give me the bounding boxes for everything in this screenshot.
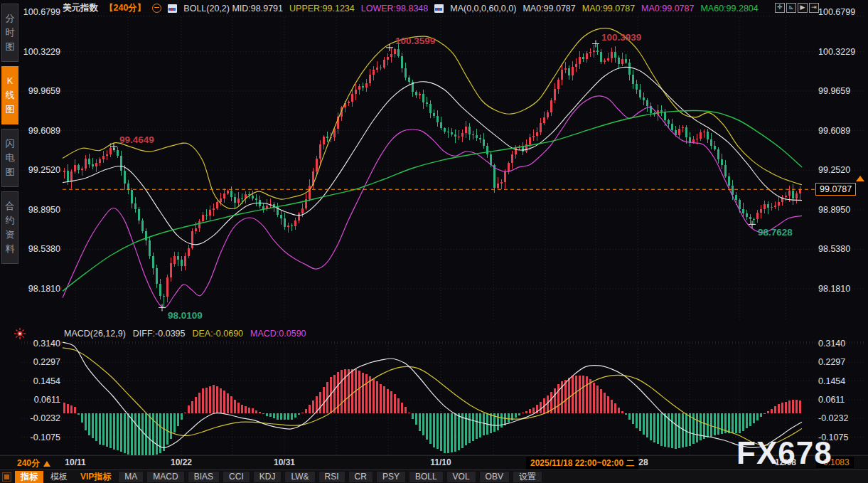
collapse-icon[interactable]: [152, 4, 161, 13]
toolbar-button-MA[interactable]: MA: [118, 471, 144, 483]
date-label-10/22: 10/22: [171, 457, 192, 467]
price-tick-label: 100.3229: [818, 47, 855, 57]
svg-text:98.7628: 98.7628: [758, 227, 793, 238]
macd-tick-label: 0.3140: [818, 339, 845, 349]
sidebar-tabs: 分时图K线图闪电图合约资料: [0, 0, 20, 264]
macd-tick-label: -0.0232: [31, 413, 60, 423]
macd-tick-label: -0.0232: [818, 413, 848, 423]
price-tick-label: 99.2520: [28, 165, 60, 175]
price-tick-label: 98.5380: [28, 244, 60, 254]
pan-right-icon[interactable]: ⇥: [809, 3, 819, 13]
macd-title: MACD(26,12,9): [64, 329, 126, 339]
price-tick-label: 99.9659: [28, 86, 60, 96]
indicator-burst-icon[interactable]: [14, 328, 26, 339]
boll-lower-value: LOWER:98.8348: [361, 4, 429, 14]
play-chart-icon[interactable]: ▶: [798, 3, 808, 13]
price-tick-label: 99.2520: [818, 165, 850, 175]
bottom-toolbar: 指标模板VIP指标MAMACDBIASCCIKDJLW&RSICRPSYBOLL…: [0, 469, 868, 483]
sidebar-tab-闪电图[interactable]: 闪电图: [1, 129, 18, 187]
price-tick-label: 99.6089: [818, 126, 850, 136]
macd-dea-value: DEA:-0.0690: [192, 329, 243, 339]
macd-tick-label: -0.1075: [818, 432, 848, 442]
right-price-axis: 100.6799100.322999.965999.608999.252098.…: [818, 0, 865, 483]
time-axis-row: 240分 10/1110/2210/3111/1011/2812/08 2025…: [0, 455, 868, 470]
toolbar-button-CCI[interactable]: CCI: [223, 471, 250, 483]
crosshair-icon[interactable]: ✛: [775, 3, 785, 13]
toolbar-button-模板[interactable]: 模板: [45, 471, 73, 483]
trading-app-window: 99.4649100.3599100.393998.010998.7628 分时…: [0, 0, 868, 483]
toolbar-button-VOL[interactable]: VOL: [446, 471, 476, 483]
macd-header: MACD(26,12,9) DIFF:-0.0395 DEA:-0.0690 M…: [64, 329, 306, 339]
price-tick-label: 100.6799: [818, 7, 855, 17]
ma0-white-value: MA0:99.0787: [523, 4, 575, 14]
price-tick-label: 100.6799: [23, 7, 60, 17]
price-tick-label: 98.1810: [28, 284, 60, 294]
price-tick-label: 98.8950: [818, 205, 850, 215]
date-label-10/31: 10/31: [274, 457, 295, 467]
sidebar-tab-K线图[interactable]: K线图: [1, 66, 18, 124]
toolbar-button-RSI[interactable]: RSI: [318, 471, 345, 483]
macd-diff-value: DIFF:-0.0395: [133, 329, 186, 339]
price-tick-label: 100.3229: [23, 47, 60, 57]
up-triangle-icon: [43, 461, 50, 467]
toolbar-button-PSY[interactable]: PSY: [376, 471, 406, 483]
boll-upper-value: UPPER:99.1234: [289, 4, 355, 14]
sidebar: 分时图K线图闪电图合约资料: [0, 0, 20, 469]
price-tick-label: 98.1810: [818, 284, 850, 294]
toolbar-button-LW&[interactable]: LW&: [284, 471, 315, 483]
ma-indicator-icon[interactable]: [434, 4, 444, 13]
svg-text:100.3939: 100.3939: [601, 32, 641, 43]
price-tick-label: 98.5380: [818, 244, 850, 254]
last-price-label: 99.0787: [815, 183, 856, 196]
toolbar-button-VIP指标[interactable]: VIP指标: [75, 471, 117, 483]
macd-tick-label: 0.1454: [818, 376, 845, 386]
date-label-11/10: 11/10: [430, 457, 451, 467]
macd-tick-label: 0.0611: [818, 395, 845, 405]
price-tick-label: 98.8950: [28, 205, 60, 215]
date-label-12/08: 12/08: [775, 457, 796, 467]
boll-indicator-icon[interactable]: [168, 4, 177, 13]
toolbar-button-BOLL[interactable]: BOLL: [409, 471, 444, 483]
period-text: 240分: [17, 457, 40, 469]
price-up-arrow-icon: [856, 176, 864, 181]
macd-tick-label: 0.1454: [33, 376, 60, 386]
sidebar-tab-合约资料[interactable]: 合约资料: [1, 191, 18, 264]
indicator-header: 美元指数 【240分】 BOLL(20,2) MID:98.9791 UPPER…: [63, 2, 759, 14]
crosshair-date-label: 2025/11/18 22:00~02:00 二: [526, 457, 638, 470]
macd-tick-label: 0.0611: [34, 395, 60, 405]
price-tick-label: 99.9659: [818, 86, 850, 96]
toolbar-button-指标[interactable]: 指标: [15, 471, 43, 483]
boll-values: BOLL(20,2) MID:98.9791: [183, 4, 283, 14]
toolbar-button-KDJ[interactable]: KDJ: [253, 471, 282, 483]
macd-value: MACD:0.0590: [250, 329, 306, 339]
toolbar-button-MACD[interactable]: MACD: [146, 471, 184, 483]
period-selector[interactable]: 240分: [17, 457, 50, 469]
toolbar-button-CR[interactable]: CR: [348, 471, 373, 483]
macd-tick-label: 0.2297: [33, 357, 60, 367]
ma0-yellow-value: MA0:99.0787: [582, 4, 635, 14]
symbol-title: 美元指数: [63, 2, 98, 14]
ma0-magenta-value: MA0:99.0787: [641, 4, 694, 14]
ma-params: MA(0,0,0,60,0,0): [450, 4, 516, 14]
macd-tick-label: 0.3140: [33, 339, 60, 349]
toolbar-menu-icon[interactable]: [2, 472, 11, 482]
sidebar-tab-分时图[interactable]: 分时图: [1, 4, 18, 62]
macd-tick-label: -0.1075: [31, 432, 60, 442]
svg-text:98.0109: 98.0109: [168, 310, 203, 321]
svg-text:99.4649: 99.4649: [119, 134, 154, 145]
pane-tool-icons: ✛ ⊾ ▶ ⇥: [775, 3, 819, 13]
left-price-axis: 100.6799100.322999.965999.608999.252098.…: [20, 0, 60, 483]
macd-tick-label: 0.2297: [818, 357, 845, 367]
date-label-10/11: 10/11: [65, 457, 85, 467]
toolbar-button-设置[interactable]: 设置: [513, 471, 542, 483]
chart-canvas: 99.4649100.3599100.393998.010998.7628: [0, 0, 868, 483]
price-tick-label: 99.6089: [28, 126, 60, 136]
ma60-value: MA60:99.2804: [700, 4, 758, 14]
toolbar-button-OBV[interactable]: OBV: [479, 471, 510, 483]
period-badge: 【240分】: [105, 2, 146, 14]
svg-text:100.3599: 100.3599: [395, 36, 435, 46]
axis-scale-icon[interactable]: ⊾: [786, 3, 796, 13]
macd-corner-value: -0.1083: [816, 457, 854, 468]
toolbar-button-BIAS[interactable]: BIAS: [188, 471, 220, 483]
